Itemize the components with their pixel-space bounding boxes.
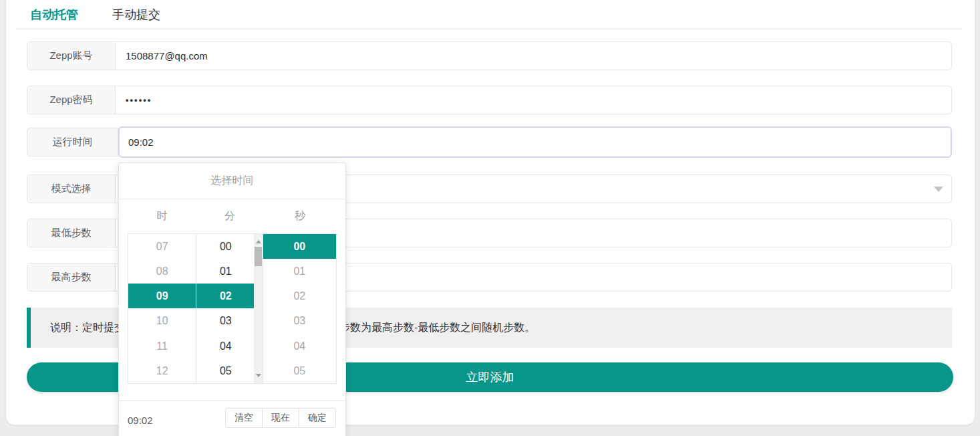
hour-column-header: 时 bbox=[128, 209, 196, 223]
minute-option-selected[interactable]: 02 bbox=[196, 284, 255, 308]
password-label: Zepp密码 bbox=[27, 86, 116, 114]
second-column-header: 秒 bbox=[263, 209, 337, 223]
second-option[interactable]: 05 bbox=[263, 358, 336, 383]
hour-option[interactable]: 08 bbox=[128, 259, 196, 284]
second-option[interactable]: 01 bbox=[263, 259, 336, 284]
minute-option[interactable]: 03 bbox=[196, 308, 255, 333]
hour-option[interactable]: 10 bbox=[128, 308, 196, 333]
mode-label: 模式选择 bbox=[27, 175, 116, 203]
form-row-password: Zepp密码 •••••• bbox=[27, 86, 952, 114]
minute-column: 00 01 02 03 04 05 bbox=[196, 234, 263, 383]
second-option-selected[interactable]: 00 bbox=[263, 234, 336, 259]
max-steps-label: 最高步数 bbox=[27, 263, 116, 291]
time-spinner: 07 08 09 10 11 12 00 01 02 03 04 05 00 0… bbox=[128, 233, 337, 384]
run-time-label: 运行时间 bbox=[27, 128, 118, 156]
min-steps-label: 最低步数 bbox=[27, 219, 116, 247]
minute-column-header: 分 bbox=[196, 209, 263, 223]
account-label: Zepp账号 bbox=[27, 42, 116, 70]
run-time-input[interactable]: 09:02 bbox=[118, 126, 952, 158]
tab-auto-hosting[interactable]: 自动托管 bbox=[30, 7, 78, 23]
time-picker-footer: 09:02 清空 现在 确定 bbox=[119, 401, 345, 436]
scroll-up-icon[interactable] bbox=[256, 240, 261, 243]
minute-scrollbar[interactable] bbox=[254, 234, 263, 383]
scrollbar-thumb[interactable] bbox=[255, 247, 262, 266]
confirm-button[interactable]: 确定 bbox=[299, 408, 336, 428]
chevron-down-icon[interactable] bbox=[934, 187, 943, 192]
minute-option[interactable]: 00 bbox=[196, 234, 255, 259]
account-input[interactable]: 1508877@qq.com bbox=[116, 42, 951, 70]
second-column: 00 01 02 03 04 05 bbox=[263, 234, 336, 383]
form-row-account: Zepp账号 1508877@qq.com bbox=[27, 41, 952, 70]
password-input[interactable]: •••••• bbox=[116, 86, 951, 114]
note-text-prefix: 说明：定时提交 bbox=[50, 308, 125, 348]
hour-column: 07 08 09 10 11 12 bbox=[128, 234, 196, 383]
note-accent-bar bbox=[27, 308, 31, 348]
scroll-down-icon[interactable] bbox=[256, 374, 261, 377]
hour-option[interactable]: 07 bbox=[128, 234, 196, 259]
now-button[interactable]: 现在 bbox=[262, 408, 299, 428]
clear-button[interactable]: 清空 bbox=[225, 408, 263, 428]
time-picker-current-value: 09:02 bbox=[128, 415, 153, 426]
time-picker-popup: 选择时间 时 分 秒 07 08 09 10 11 12 00 01 02 03… bbox=[118, 162, 346, 436]
minute-option[interactable]: 05 bbox=[196, 358, 255, 383]
time-picker-title: 选择时间 bbox=[119, 163, 345, 199]
hour-option-selected[interactable]: 09 bbox=[128, 284, 196, 308]
hour-option[interactable]: 12 bbox=[128, 358, 196, 383]
second-option[interactable]: 02 bbox=[263, 284, 336, 308]
tab-manual-submit[interactable]: 手动提交 bbox=[112, 7, 160, 23]
minute-option[interactable]: 01 bbox=[196, 259, 255, 284]
minute-option[interactable]: 04 bbox=[196, 334, 255, 358]
note-text-suffix: 步数为最高步数-最低步数之间随机步数。 bbox=[339, 308, 535, 348]
second-option[interactable]: 04 bbox=[263, 334, 336, 358]
time-picker-column-headers: 时 分 秒 bbox=[128, 199, 337, 233]
second-option[interactable]: 03 bbox=[263, 308, 336, 333]
tab-underline bbox=[16, 29, 962, 29]
hour-option[interactable]: 11 bbox=[128, 334, 196, 358]
time-picker-buttons: 清空 现在 确定 bbox=[225, 408, 336, 428]
